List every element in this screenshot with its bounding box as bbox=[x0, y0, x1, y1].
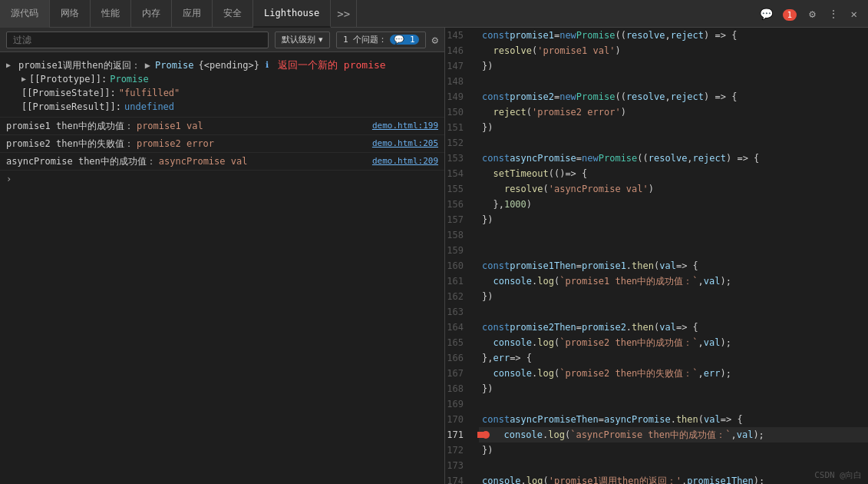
tab-application[interactable]: 应用 bbox=[172, 0, 213, 28]
messages-button[interactable]: 💬 1 bbox=[755, 5, 801, 23]
log-level-button[interactable]: 默认级别 ▾ bbox=[275, 31, 330, 48]
console-settings-button[interactable]: ⚙ bbox=[432, 34, 438, 46]
message-icon: 💬 bbox=[760, 8, 773, 20]
entry-label: promise2 then中的失败值： bbox=[6, 137, 134, 151]
ln-165: 165 bbox=[445, 335, 470, 350]
code-line-158 bbox=[479, 227, 868, 243]
tab-more[interactable]: >> bbox=[331, 0, 357, 28]
info-icon: ℹ bbox=[266, 58, 269, 72]
console-panel: 默认级别 ▾ 1 个问题： 💬 1 ⚙ ▶ promise1调用then的返回：… bbox=[0, 28, 445, 484]
tab-more-label: >> bbox=[337, 8, 350, 20]
ln-173: 173 bbox=[445, 458, 470, 473]
ln-148: 148 bbox=[445, 74, 470, 89]
tab-performance-label: 性能 bbox=[101, 7, 120, 20]
code-line-150: reject('promise2 error') bbox=[479, 104, 868, 120]
source-link-205[interactable]: demo.html:205 bbox=[372, 137, 438, 151]
console-prompt: › bbox=[0, 171, 444, 187]
code-line-167: console.log(`promise2 then中的失败值：`, err); bbox=[479, 366, 868, 381]
chevron-down-icon: ▾ bbox=[318, 35, 323, 45]
ln-146: 146 bbox=[445, 43, 470, 58]
ln-147: 147 bbox=[445, 58, 470, 74]
code-line-156: }, 1000) bbox=[479, 197, 868, 212]
tab-source[interactable]: 源代码 bbox=[0, 0, 50, 28]
ln-150: 150 bbox=[445, 104, 470, 120]
close-icon: ✕ bbox=[851, 8, 857, 20]
expand-promise-button[interactable]: ▶ bbox=[6, 58, 11, 72]
ln-161: 161 bbox=[445, 273, 470, 289]
code-line-163 bbox=[479, 304, 868, 320]
filter-input[interactable] bbox=[6, 31, 269, 48]
code-line-145: const promise1 = new Promise((resolve, r… bbox=[479, 28, 868, 43]
code-line-157: }) bbox=[479, 212, 868, 227]
code-line-161: console.log(`promise1 then中的成功值：`, val); bbox=[479, 273, 868, 289]
code-line-159 bbox=[479, 243, 868, 258]
entry-value: asyncPromise val bbox=[159, 154, 248, 168]
ln-170: 170 bbox=[445, 412, 470, 427]
issues-message-icon: 💬 bbox=[394, 35, 404, 45]
menu-button[interactable]: ⋮ bbox=[823, 5, 843, 23]
code-line-166: }, err => { bbox=[479, 350, 868, 366]
tab-lighthouse-label: Lighthouse bbox=[264, 8, 319, 18]
promise-annotation: 返回一个新的 promise bbox=[278, 58, 386, 72]
gear-icon: ⚙ bbox=[809, 8, 815, 20]
tree-line-result: [[PromiseResult]]: undefined bbox=[21, 100, 438, 114]
code-line-162: }) bbox=[479, 289, 868, 304]
code-line-147: }) bbox=[479, 58, 868, 74]
close-button[interactable]: ✕ bbox=[847, 5, 862, 23]
ln-172: 172 bbox=[445, 443, 470, 458]
main-content: 默认级别 ▾ 1 个问题： 💬 1 ⚙ ▶ promise1调用then的返回：… bbox=[0, 28, 868, 484]
source-link-209[interactable]: demo.html:209 bbox=[372, 154, 438, 168]
tree-expand-prototype[interactable]: ▶ bbox=[21, 72, 26, 86]
tab-performance[interactable]: 性能 bbox=[91, 0, 131, 28]
code-line-160: const promise1Then = promise1.then(val =… bbox=[479, 258, 868, 273]
line-numbers: 145 146 147 148 149 150 151 152 153 154 … bbox=[445, 28, 479, 484]
watermark: CSDN @向白 bbox=[814, 469, 862, 481]
menu-icon: ⋮ bbox=[828, 8, 839, 20]
ln-152: 152 bbox=[445, 135, 470, 151]
code-line-146: resolve('promise1 val') bbox=[479, 43, 868, 58]
code-editor: 145 146 147 148 149 150 151 152 153 154 … bbox=[445, 28, 868, 484]
tab-lighthouse[interactable]: Lighthouse bbox=[253, 0, 331, 28]
ln-159: 159 bbox=[445, 243, 470, 258]
code-line-148 bbox=[479, 74, 868, 89]
settings-button[interactable]: ⚙ bbox=[804, 5, 820, 23]
issues-label: 1 个问题： bbox=[343, 34, 387, 45]
ln-149: 149 bbox=[445, 89, 470, 104]
tab-application-label: 应用 bbox=[183, 7, 201, 20]
tab-security[interactable]: 安全 bbox=[213, 0, 253, 28]
code-line-173 bbox=[479, 458, 868, 473]
entry-value: promise1 val bbox=[137, 119, 203, 133]
ln-167: 167 bbox=[445, 366, 470, 381]
promise-tree: ▶ [[Prototype]]: Promise [[PromiseState]… bbox=[6, 72, 438, 114]
ln-160: 160 bbox=[445, 258, 470, 273]
ln-156: 156 bbox=[445, 197, 470, 212]
ln-155: 155 bbox=[445, 181, 470, 197]
tab-bar: 源代码 网络 性能 内存 应用 安全 Lighthouse >> 💬 1 ⚙ ⋮… bbox=[0, 0, 868, 28]
console-entry-promise2-error: promise2 then中的失败值： promise2 error demo.… bbox=[0, 135, 444, 153]
tab-network-label: 网络 bbox=[61, 7, 79, 20]
code-line-154: setTimeout(()=> { bbox=[479, 166, 868, 181]
promise-header: ▶ promise1调用then的返回： ▶ Promise {<pending… bbox=[6, 58, 438, 72]
entry-label: asyncPromise then中的成功值： bbox=[6, 154, 156, 168]
log-level-label: 默认级别 bbox=[282, 34, 315, 45]
code-line-153: const asyncPromise = new Promise((resolv… bbox=[479, 151, 868, 166]
ln-171: 171 bbox=[445, 427, 470, 443]
code-line-151: }) bbox=[479, 120, 868, 135]
ln-169: 169 bbox=[445, 396, 470, 412]
ln-158: 158 bbox=[445, 227, 470, 243]
ln-164: 164 bbox=[445, 320, 470, 335]
message-badge: 1 bbox=[783, 9, 797, 21]
tab-memory[interactable]: 内存 bbox=[131, 0, 172, 28]
console-entry-async-success: asyncPromise then中的成功值： asyncPromise val… bbox=[0, 153, 444, 171]
code-line-165: console.log(`promise2 then中的成功值：`, val); bbox=[479, 335, 868, 350]
source-link-199[interactable]: demo.html:199 bbox=[372, 119, 438, 133]
tree-line-state: [[PromiseState]]: "fulfilled" bbox=[21, 86, 438, 100]
code-line-170: const asyncPromiseThen = asyncPromise.th… bbox=[479, 412, 868, 427]
code-line-149: const promise2 = new Promise((resolve, r… bbox=[479, 89, 868, 104]
ln-153: 153 bbox=[445, 151, 470, 166]
tab-network[interactable]: 网络 bbox=[50, 0, 91, 28]
code-line-164: const promise2Then = promise2.then(val =… bbox=[479, 320, 868, 335]
promise-pending-icon: ▶ bbox=[145, 58, 150, 72]
issues-count: 💬 1 bbox=[390, 35, 418, 45]
promise-state-text: {<pending>} bbox=[199, 58, 259, 72]
